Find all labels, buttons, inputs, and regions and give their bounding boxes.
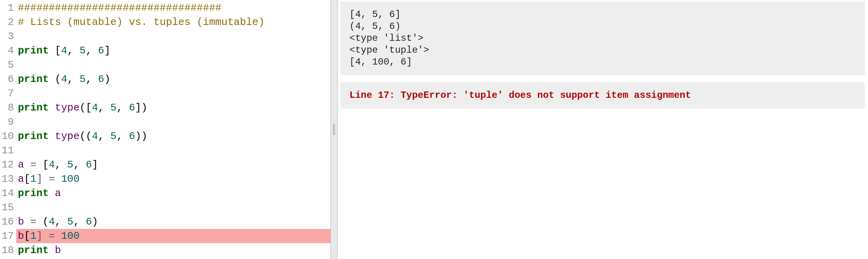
code-token: 6: [98, 73, 104, 85]
code-token: 5: [110, 130, 117, 142]
code-token: 4: [61, 45, 67, 57]
splitter-grip-icon: [333, 124, 335, 135]
code-token: [: [49, 45, 61, 57]
code-line[interactable]: # Lists (mutable) vs. tuples (immutable): [16, 15, 330, 29]
code-token: 6: [129, 102, 135, 114]
line-number: 10: [0, 129, 16, 143]
code-token: 5: [67, 159, 74, 171]
code-token: 6: [86, 159, 92, 171]
code-token: [: [24, 173, 30, 185]
code-line[interactable]: print [4, 5, 6]: [16, 44, 330, 58]
code-token: ,: [117, 130, 129, 142]
code-token: (: [49, 73, 61, 85]
code-token: b: [18, 216, 24, 228]
code-token: [49, 244, 55, 256]
code-token: 4: [92, 130, 98, 142]
app-root: 123456789101112131415161718 ############…: [0, 0, 868, 259]
code-token: [49, 187, 55, 199]
code-token: ,: [55, 216, 67, 228]
line-number: 17: [0, 229, 16, 243]
code-token: ): [104, 73, 111, 85]
code-token: 4: [61, 73, 67, 85]
code-token: 5: [79, 45, 86, 57]
code-line[interactable]: a[1] = 100: [16, 172, 330, 186]
code-token: print: [18, 45, 49, 57]
code-token: b: [55, 244, 61, 256]
code-token: print: [18, 130, 49, 142]
code-token: 4: [49, 216, 55, 228]
code-token: =: [24, 216, 43, 228]
code-token: ] =: [36, 173, 61, 185]
code-token: 5: [110, 102, 117, 114]
code-line[interactable]: b = (4, 5, 6): [16, 215, 330, 229]
code-token: ,: [74, 216, 86, 228]
code-token: =: [24, 159, 43, 171]
line-number: 4: [0, 44, 16, 58]
code-token: ,: [86, 45, 98, 57]
code-token: 1: [30, 173, 36, 185]
code-token: ]: [104, 45, 111, 57]
code-token: a: [18, 159, 24, 171]
code-line[interactable]: print type((4, 5, 6)): [16, 129, 330, 143]
code-token: ,: [98, 130, 110, 142]
code-line[interactable]: [16, 115, 330, 129]
code-token: #################################: [18, 2, 221, 14]
code-token: ,: [98, 102, 110, 114]
code-token: 6: [129, 130, 135, 142]
line-number: 2: [0, 15, 16, 29]
code-token: 1: [30, 230, 36, 242]
line-number: 7: [0, 86, 16, 101]
code-token: 4: [92, 102, 98, 114]
line-number: 8: [0, 101, 16, 115]
line-number: 16: [0, 215, 16, 229]
line-number: 1: [0, 1, 16, 15]
code-token: 5: [67, 216, 74, 228]
code-line[interactable]: [16, 58, 330, 72]
code-line[interactable]: [16, 86, 330, 101]
code-line[interactable]: #################################: [16, 1, 330, 15]
code-token: [: [24, 230, 30, 242]
code-token: ): [92, 216, 98, 228]
code-token: )): [135, 130, 147, 142]
code-token: a: [55, 187, 61, 199]
code-token: # Lists (mutable) vs. tuples (immutable): [18, 16, 264, 28]
code-line[interactable]: b[1] = 100: [16, 229, 330, 243]
code-line[interactable]: [16, 200, 330, 215]
code-token: ,: [74, 159, 86, 171]
code-token: ,: [55, 159, 67, 171]
code-line[interactable]: [16, 29, 330, 44]
code-line[interactable]: print type([4, 5, 6]): [16, 101, 330, 115]
code-token: ,: [67, 45, 79, 57]
code-token: ]): [135, 102, 147, 114]
line-number: 5: [0, 58, 16, 72]
code-token: ((: [79, 130, 92, 142]
code-token: 6: [98, 45, 104, 57]
code-token: ]: [92, 159, 98, 171]
code-token: print: [18, 73, 49, 85]
code-line[interactable]: print b: [16, 243, 330, 257]
line-number: 11: [0, 143, 16, 158]
code-token: ([: [79, 102, 92, 114]
code-editor-pane[interactable]: 123456789101112131415161718 ############…: [0, 0, 330, 259]
code-area[interactable]: ################################## Lists…: [16, 0, 330, 259]
code-token: a: [18, 173, 24, 185]
code-token: 4: [49, 159, 55, 171]
line-number: 18: [0, 243, 16, 257]
stdout-block: [4, 5, 6] (4, 5, 6) <type 'list'> <type …: [341, 2, 865, 75]
code-token: ,: [67, 73, 79, 85]
code-line[interactable]: a = [4, 5, 6]: [16, 158, 330, 172]
code-token: 5: [79, 73, 86, 85]
code-token: [49, 102, 55, 114]
pane-splitter[interactable]: [330, 0, 338, 259]
code-line[interactable]: print (4, 5, 6): [16, 72, 330, 86]
line-number: 3: [0, 29, 16, 44]
code-line[interactable]: print a: [16, 186, 330, 200]
code-token: type: [55, 102, 79, 114]
code-token: ] =: [36, 230, 61, 242]
code-token: [49, 130, 55, 142]
line-number: 14: [0, 186, 16, 200]
code-token: type: [55, 130, 79, 142]
code-token: (: [43, 216, 49, 228]
line-number: 12: [0, 158, 16, 172]
code-line[interactable]: [16, 143, 330, 158]
